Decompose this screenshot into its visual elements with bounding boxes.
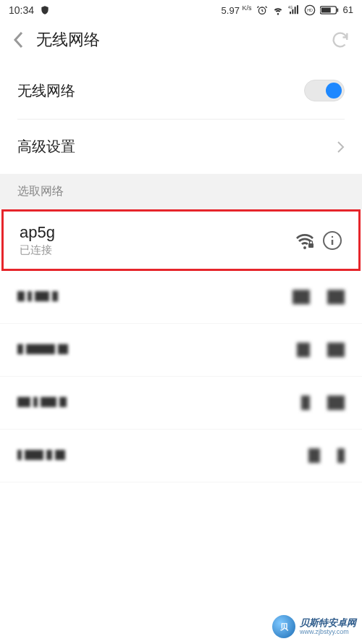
- status-time: 10:34: [9, 4, 34, 16]
- svg-rect-5: [321, 8, 330, 13]
- chevron-right-icon: [336, 140, 345, 154]
- network-list: ap5g 已连接: [0, 209, 362, 482]
- shield-icon: [40, 5, 50, 15]
- svg-text:HD: HD: [307, 8, 313, 12]
- network-item-blurred[interactable]: [0, 377, 362, 430]
- page-title: 无线网络: [36, 29, 319, 51]
- network-item-blurred[interactable]: [0, 271, 362, 324]
- hd-icon: HD: [304, 4, 316, 16]
- watermark: 贝 贝斯特安卓网 www.zjbstyy.com: [272, 615, 356, 638]
- network-name: ap5g: [20, 223, 287, 242]
- refresh-button[interactable]: [330, 30, 350, 50]
- info-button[interactable]: [322, 230, 342, 251]
- svg-rect-6: [337, 8, 338, 12]
- header: 无线网络: [0, 20, 362, 62]
- svg-point-9: [332, 235, 333, 237]
- network-status: 已连接: [20, 243, 287, 257]
- settings-section: 无线网络 高级设置: [0, 62, 362, 174]
- wifi-toggle[interactable]: [304, 80, 345, 101]
- signal-icon: 4G: [288, 4, 300, 16]
- svg-rect-7: [308, 243, 313, 248]
- advanced-settings-row[interactable]: 高级设置: [17, 120, 345, 174]
- back-button[interactable]: [12, 30, 25, 50]
- watermark-logo-icon: 贝: [272, 615, 295, 638]
- wifi-toggle-row[interactable]: 无线网络: [17, 62, 345, 120]
- svg-text:4G: 4G: [288, 6, 293, 9]
- network-item-blurred[interactable]: [0, 430, 362, 482]
- alarm-icon: [256, 4, 268, 16]
- wifi-secured-icon: [295, 232, 315, 249]
- wifi-toggle-label: 无线网络: [17, 81, 75, 101]
- battery-icon: [320, 5, 339, 15]
- watermark-title: 贝斯特安卓网: [300, 617, 356, 629]
- watermark-url: www.zjbstyy.com: [300, 628, 356, 636]
- status-bar: 10:34 5.97 K/s 4G HD 61: [0, 0, 362, 20]
- advanced-label: 高级设置: [17, 137, 75, 156]
- battery-percent: 61: [343, 4, 353, 15]
- network-item-blurred[interactable]: [0, 324, 362, 377]
- network-item-connected[interactable]: ap5g 已连接: [1, 209, 361, 271]
- wifi-status-icon: [272, 4, 284, 16]
- network-list-header: 选取网络: [0, 174, 362, 209]
- status-speed: 5.97 K/s: [222, 4, 252, 16]
